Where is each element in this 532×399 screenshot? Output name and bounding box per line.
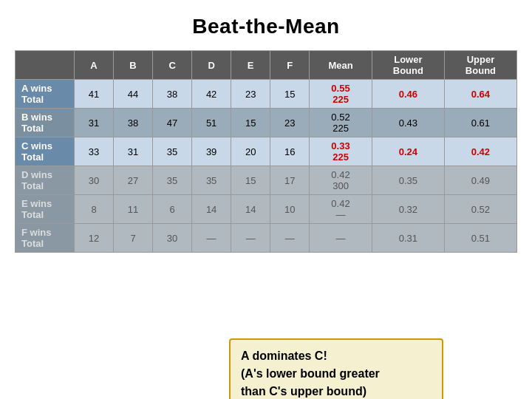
cell-lower-1: 0.43	[372, 109, 444, 137]
cell-4-0: 8	[75, 195, 114, 224]
row-label-3: D winsTotal	[16, 166, 75, 195]
cell-1-0: 31	[75, 109, 114, 137]
header-col-b: B	[114, 51, 153, 80]
tooltip-box: A dominates C! (A's lower bound greater …	[229, 338, 443, 399]
cell-2-5: 16	[270, 137, 310, 166]
table-row: E winsTotal81161414100.42—0.320.52	[16, 195, 517, 224]
cell-5-0: 12	[75, 224, 114, 253]
cell-1-4: 15	[231, 109, 270, 137]
header-col-e: E	[231, 51, 270, 80]
header-lower-bound: LowerBound	[372, 51, 444, 80]
data-table: A B C D E F Mean LowerBound UpperBound A…	[15, 50, 517, 253]
cell-0-4: 23	[231, 80, 270, 109]
cell-1-3: 51	[192, 109, 231, 137]
cell-mean-4: 0.42—	[310, 195, 372, 224]
cell-3-1: 27	[114, 166, 153, 195]
row-label-0: A winsTotal	[16, 80, 75, 109]
cell-3-3: 35	[192, 166, 231, 195]
header-col-c: C	[153, 51, 192, 80]
page-title: Beat-the-Mean	[192, 15, 339, 38]
table-header-row: A B C D E F Mean LowerBound UpperBound	[16, 51, 517, 80]
table-row: A winsTotal4144384223150.552250.460.64	[16, 80, 517, 109]
cell-mean-1: 0.52225	[310, 109, 372, 137]
cell-5-3: —	[192, 224, 231, 253]
cell-0-2: 38	[153, 80, 192, 109]
table-row: D winsTotal3027353515170.423000.350.49	[16, 166, 517, 195]
cell-upper-0: 0.64	[444, 80, 516, 109]
header-col-f: F	[270, 51, 310, 80]
cell-upper-3: 0.49	[444, 166, 516, 195]
cell-3-0: 30	[75, 166, 114, 195]
cell-lower-2: 0.24	[372, 137, 444, 166]
row-label-2: C winsTotal	[16, 137, 75, 166]
cell-1-1: 38	[114, 109, 153, 137]
cell-upper-1: 0.61	[444, 109, 516, 137]
cell-0-1: 44	[114, 80, 153, 109]
cell-1-2: 47	[153, 109, 192, 137]
header-col-d: D	[192, 51, 231, 80]
header-mean: Mean	[310, 51, 372, 80]
cell-lower-4: 0.32	[372, 195, 444, 224]
cell-5-4: —	[231, 224, 270, 253]
cell-3-2: 35	[153, 166, 192, 195]
cell-lower-5: 0.31	[372, 224, 444, 253]
header-empty	[16, 51, 75, 80]
cell-4-4: 14	[231, 195, 270, 224]
cell-4-3: 14	[192, 195, 231, 224]
cell-3-5: 17	[270, 166, 310, 195]
cell-5-1: 7	[114, 224, 153, 253]
cell-5-5: —	[270, 224, 310, 253]
cell-2-0: 33	[75, 137, 114, 166]
cell-4-5: 10	[270, 195, 310, 224]
row-label-5: F winsTotal	[16, 224, 75, 253]
cell-2-3: 39	[192, 137, 231, 166]
cell-upper-4: 0.52	[444, 195, 516, 224]
header-upper-bound: UpperBound	[444, 51, 516, 80]
header-col-a: A	[75, 51, 114, 80]
cell-lower-3: 0.35	[372, 166, 444, 195]
cell-mean-3: 0.42300	[310, 166, 372, 195]
table-row: F winsTotal12730————0.310.51	[16, 224, 517, 253]
row-label-1: B winsTotal	[16, 109, 75, 137]
table-row: B winsTotal3138475115230.522250.430.61	[16, 109, 517, 137]
table-container: A B C D E F Mean LowerBound UpperBound A…	[15, 50, 517, 253]
cell-2-1: 31	[114, 137, 153, 166]
cell-lower-0: 0.46	[372, 80, 444, 109]
cell-mean-2: 0.33225	[310, 137, 372, 166]
tooltip-line1: A dominates C!	[241, 349, 327, 362]
cell-0-0: 41	[75, 80, 114, 109]
cell-2-2: 35	[153, 137, 192, 166]
table-row: C winsTotal3331353920160.332250.240.42	[16, 137, 517, 166]
cell-1-5: 23	[270, 109, 310, 137]
cell-0-3: 42	[192, 80, 231, 109]
cell-mean-0: 0.55225	[310, 80, 372, 109]
cell-3-4: 15	[231, 166, 270, 195]
row-label-4: E winsTotal	[16, 195, 75, 224]
cell-upper-5: 0.51	[444, 224, 516, 253]
cell-0-5: 15	[270, 80, 310, 109]
cell-4-1: 11	[114, 195, 153, 224]
cell-4-2: 6	[153, 195, 192, 224]
cell-mean-5: —	[310, 224, 372, 253]
cell-2-4: 20	[231, 137, 270, 166]
cell-5-2: 30	[153, 224, 192, 253]
tooltip-line2: (A's lower bound greater	[241, 367, 380, 380]
tooltip-line3: than C's upper bound)	[241, 385, 366, 398]
cell-upper-2: 0.42	[444, 137, 516, 166]
